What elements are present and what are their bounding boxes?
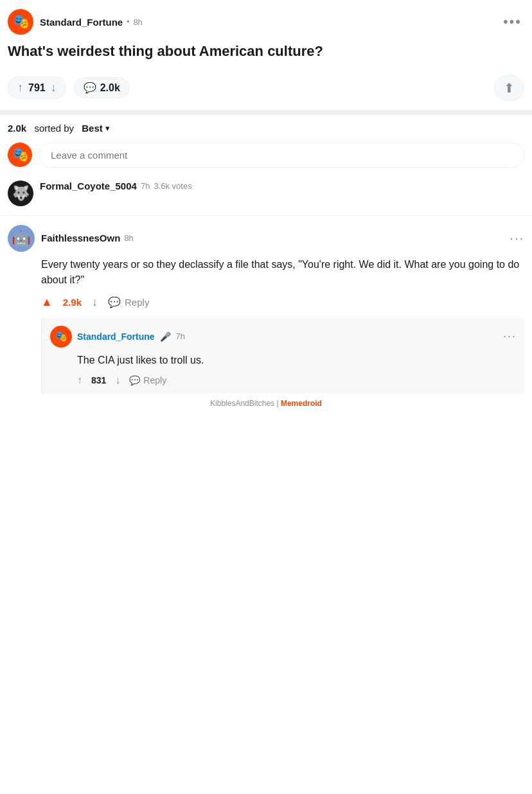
nested-reply-actions: ↑ 831 ↓ 💬 Reply <box>77 375 517 394</box>
nested-reply-avatar: 🎭 <box>50 326 72 348</box>
post-vote-group: ↑ 791 ↓ <box>8 76 66 99</box>
nested-reply-downvote-button[interactable]: ↓ <box>115 375 120 386</box>
comment-input-row: 🎭 <box>8 143 524 168</box>
main-comment-vote-count: 2.9k <box>63 297 82 308</box>
post-author-avatar: 🎭 <box>8 9 33 35</box>
post-share-button[interactable]: ⬆ <box>494 75 524 101</box>
main-comment-avatar-emoji: 🤖 <box>12 229 31 247</box>
nested-reply-username: Standard_Fortune <box>77 331 155 342</box>
section-divider <box>0 110 532 115</box>
nested-reply-user-row: 🎭 Standard_Fortune 🎤 7h ··· <box>50 326 517 348</box>
sorted-by-text: sorted by <box>34 123 74 134</box>
top-comment-info: Formal_Coyote_5004 7h 3.6k votes <box>40 181 192 191</box>
sort-type-label: Best <box>82 123 103 134</box>
watermark: KibblesAndBitches | Memedroid <box>0 394 532 412</box>
post-upvote-button[interactable]: ↑ <box>17 81 23 94</box>
main-comment-avatar: 🤖 <box>8 225 35 252</box>
nested-reply-time: 7h <box>176 331 185 341</box>
watermark-brand: Memedroid <box>281 399 322 408</box>
post-comment-group[interactable]: 💬 2.0k <box>74 77 130 98</box>
main-comment-body: Every twenty years or so they declassify… <box>41 257 524 288</box>
dot-separator: • <box>127 17 129 26</box>
post-meta: Standard_Fortune • 8h <box>40 17 494 28</box>
nested-reply-reply-icon: 💬 <box>129 375 140 385</box>
nested-reply-avatar-emoji: 🎭 <box>55 330 67 342</box>
main-comment-downvote-button[interactable]: ↓ <box>92 296 98 309</box>
comments-count: 2.0k <box>8 123 26 134</box>
top-comment-meta: Formal_Coyote_5004 7h 3.6k votes <box>40 181 192 191</box>
nested-reply-upvote-button[interactable]: ↑ <box>77 375 82 386</box>
post-action-bar: ↑ 791 ↓ 💬 2.0k ⬆ <box>0 70 532 110</box>
nested-reply-mic-icon: 🎤 <box>160 331 171 342</box>
post-more-button[interactable]: ••• <box>501 13 524 30</box>
watermark-separator: | <box>274 399 281 408</box>
main-comment-user-info: FaithlessnesOwn 8h <box>41 233 503 243</box>
top-comment-avatar: 🐺 <box>8 181 33 206</box>
sorted-by-space <box>76 123 79 134</box>
post-comment-count: 2.0k <box>100 82 120 94</box>
top-comment-username: Formal_Coyote_5004 <box>40 181 137 191</box>
post-vote-count: 791 <box>28 82 46 94</box>
nested-reply-block: 🎭 Standard_Fortune 🎤 7h ··· The CIA just… <box>41 318 524 394</box>
nested-reply-label: Reply <box>143 375 166 385</box>
main-comment-more-button[interactable]: ··· <box>510 231 524 245</box>
top-comment-row: 🐺 Formal_Coyote_5004 7h 3.6k votes <box>8 181 524 206</box>
comments-section: 2.0k sorted by Best ▾ 🎭 🐺 Formal_Coyote_… <box>0 115 532 206</box>
reply-label: Reply <box>125 297 149 308</box>
nested-reply-more-button[interactable]: ··· <box>503 330 517 343</box>
main-comment-time: 8h <box>124 233 133 243</box>
main-comment-upvote-button[interactable]: ▲ <box>41 296 53 309</box>
watermark-site: KibblesAndBitches <box>210 399 274 408</box>
main-comment-username: FaithlessnesOwn <box>41 233 120 243</box>
post-title: What's weirdest thing about American cul… <box>0 40 532 70</box>
current-user-avatar: 🎭 <box>8 143 32 167</box>
main-comment-user-row: 🤖 FaithlessnesOwn 8h ··· <box>8 225 524 252</box>
top-comment-votes: 3.6k votes <box>154 181 191 191</box>
main-comment-actions: ▲ 2.9k ↓ 💬 Reply <box>41 296 524 309</box>
sorted-by-label <box>29 123 31 134</box>
nested-reply-body: The CIA just likes to troll us. <box>77 353 517 368</box>
main-comment-reply-button[interactable]: 💬 Reply <box>108 296 149 308</box>
comment-input-field[interactable] <box>39 143 524 168</box>
post-author-username: Standard_Fortune <box>40 17 123 28</box>
top-comment-time: 7h <box>141 181 150 191</box>
post-header: 🎭 Standard_Fortune • 8h ••• <box>0 0 532 40</box>
post-time-ago: 8h <box>133 17 142 27</box>
main-comment-block: 🤖 FaithlessnesOwn 8h ··· Every twenty ye… <box>0 215 532 394</box>
sort-chevron-icon[interactable]: ▾ <box>105 123 110 133</box>
reply-icon: 💬 <box>108 296 121 308</box>
nested-reply-reply-button[interactable]: 💬 Reply <box>129 375 166 385</box>
comments-header: 2.0k sorted by Best ▾ <box>8 123 524 134</box>
nested-reply-vote-count: 831 <box>91 375 106 385</box>
comment-icon: 💬 <box>84 82 96 94</box>
post-downvote-button[interactable]: ↓ <box>51 81 57 94</box>
